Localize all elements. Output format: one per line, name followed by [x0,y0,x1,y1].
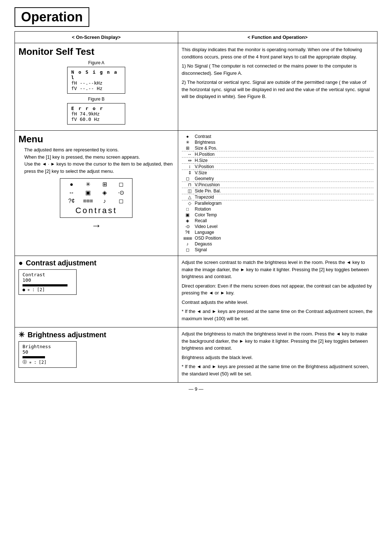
monitor-self-test-row: Monitor Self Test Figure A N o S i g n a… [15,43,377,131]
contrast-row: ● Contrast adjustment Contrast 100 ● ✳ :… [15,256,377,327]
brightness-bar [23,356,45,358]
icon-recall: ◈ [99,189,110,196]
list-item: ◻Geometry [182,176,373,182]
menu-contrast-label: Contrast [63,206,129,215]
list-item: ●Contrast [182,134,373,139]
menu-desc1: The adjusted items are represented by ic… [24,146,174,175]
list-item: ◇Parallelogram [182,200,373,207]
contrast-desc: Adjust the screen contrast to match the … [182,259,373,322]
contrast-title: ● Contrast adjustment [19,259,174,267]
list-item: ⇕V.Size [182,170,373,176]
list-item: ♪Degauss [182,241,373,247]
brightness-desc: Adjust the brightness to match the brigh… [182,330,373,377]
brightness-row: ✳ Brightness adjustment Brightness 50 ⓪ … [15,327,377,383]
list-item: □Rotation [182,206,373,212]
page-title: Operation [15,7,89,27]
menu-arrow: → [19,220,174,232]
icon-osd: ⊞⊞⊞ [83,199,93,203]
icon-signal: ◻ [116,197,126,204]
icon-geometry: ◻ [116,181,126,188]
icon-size-pos: ⊞ [99,181,110,188]
list-item: ◻Signal [182,247,373,253]
list-item: ⊓V.Pincushion [182,182,373,188]
list-item: ⊞⊞⊞OSD Position [182,235,373,241]
icon-h-pos: ↔ [66,190,77,196]
list-item: ?¢Language [182,229,373,235]
figure-a-label: Figure A [19,60,174,65]
contrast-bar [23,284,68,286]
right-col-header: < Function and Operation> [178,32,377,43]
list-item: ◈Recall [182,218,373,224]
list-item: ⇔H.Size [182,158,373,164]
icon-color-temp: ▣ [83,189,93,196]
icon-degauss: ♪ [99,198,110,204]
icon-lang: ?¢ [66,198,77,204]
brightness-title: ✳ Brightness adjustment [19,330,174,339]
contrast-icon: ● [19,259,23,267]
icon-contrast: ● [66,181,77,188]
list-item: ✳Brightness [182,139,373,145]
menu-icons-box: ● ✳ ⊞ ◻ ↔ ▣ ◈ ·⊙ ?¢ ⊞⊞⊞ ♪ [60,178,132,218]
contrast-box-label: Contrast [23,272,73,277]
list-item: ↕V.Position [182,164,373,170]
brightness-icons: ⓪ ✳ : [2] [23,359,73,365]
contrast-value: 100 [23,277,73,283]
figure-b-label: Figure B [19,97,174,102]
page-number: — 9 — [15,386,377,392]
brightness-box: Brightness 50 ⓪ ✳ : [2] [19,341,77,368]
icon-video: ·⊙ [116,189,126,196]
menu-row: Menu The adjusted items are represented … [15,131,377,256]
contrast-box: Contrast 100 ● ✳ : [2] [19,269,77,295]
list-item: △Trapezoid [182,194,373,200]
list-item: ▣Color Temp [182,212,373,218]
monitor-self-test-desc: This display indicates that the monitor … [182,46,373,100]
menu-title: Menu [19,134,174,145]
contrast-icons: ● ✳ : [2] [23,287,73,292]
list-item: ⊞Size & Pos. [182,145,373,151]
list-item: ·⊙Video Level [182,224,373,229]
list-item: ◫Side Pin. Bal. [182,188,373,194]
left-col-header: < On-Screen Display> [15,32,178,43]
brightness-box-label: Brightness [23,344,73,349]
figure-b-box: E r r o r fH 74.9kHz fV 60.0 Hz [67,103,125,125]
menu-list: ●Contrast ✳Brightness ⊞Size & Pos. ↔H.Po… [182,134,373,253]
monitor-self-test-title: Monitor Self Test [19,46,174,57]
brightness-icon: ✳ [19,330,25,339]
list-item: ↔H.Position [182,151,373,158]
figure-a-box: N o S i g n a l fH --.--kHz fV --.-- Hz [67,67,125,94]
brightness-value: 50 [23,349,73,355]
icon-brightness: ✳ [83,181,93,188]
